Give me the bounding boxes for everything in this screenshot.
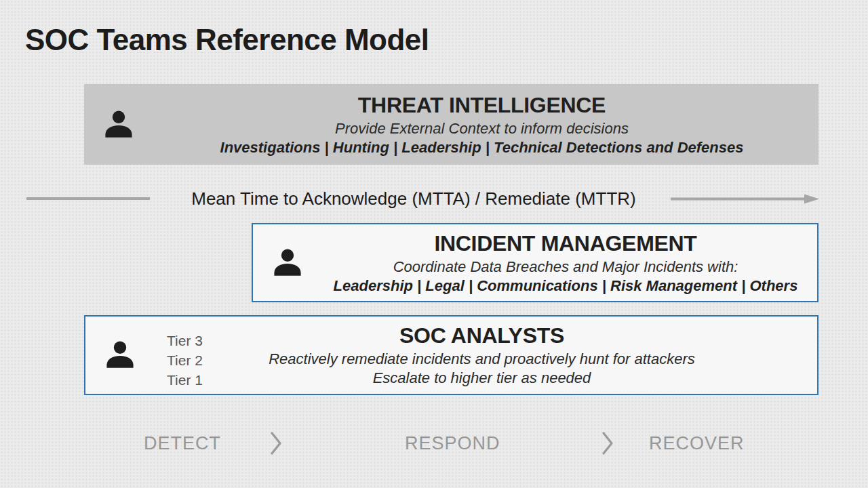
- incident-detail: Leadership | Legal | Communications | Ri…: [334, 277, 798, 295]
- chevron-right-icon: [599, 430, 616, 457]
- incident-subtitle: Coordinate Data Breaches and Major Incid…: [393, 258, 738, 277]
- threat-title: THREAT INTELLIGENCE: [358, 93, 606, 117]
- soc-line2: Escalate to higher tier as needed: [373, 369, 591, 388]
- incident-management-box: INCIDENT MANAGEMENT Coordinate Data Brea…: [252, 223, 818, 302]
- person-icon: [102, 106, 136, 143]
- threat-text: THREAT INTELLIGENCE Provide External Con…: [151, 84, 818, 165]
- chevron-right-icon: [268, 430, 284, 457]
- tier-labels: Tier 3 Tier 2 Tier 1: [167, 331, 203, 390]
- soc-analysts-box: Tier 3 Tier 2 Tier 1 SOC ANALYSTS Reacti…: [84, 315, 818, 395]
- phase-respond: RESPOND: [405, 433, 500, 454]
- mtta-label: Mean Time to Acknowledge (MTTA) / Remedi…: [156, 188, 671, 209]
- threat-icon-column: [84, 84, 151, 165]
- arrow-right-icon: [671, 194, 820, 204]
- threat-detail: Investigations | Hunting | Leadership | …: [220, 138, 744, 157]
- page-title: SOC Teams Reference Model: [25, 23, 429, 57]
- phase-detect: DETECT: [144, 433, 221, 454]
- tier-2-label: Tier 2: [167, 350, 203, 370]
- slide: SOC Teams Reference Model THREAT INTELLI…: [0, 0, 868, 488]
- soc-line1: Reactively remediate incidents and proac…: [269, 350, 695, 369]
- incident-text: INCIDENT MANAGEMENT Coordinate Data Brea…: [319, 224, 817, 301]
- phase-recover: RECOVER: [649, 433, 745, 454]
- person-icon: [103, 337, 137, 373]
- incident-icon-column: [253, 224, 319, 301]
- tier-3-label: Tier 3: [167, 331, 203, 350]
- arrow-tail-line: [26, 197, 150, 200]
- tier-1-label: Tier 1: [167, 370, 203, 390]
- threat-intelligence-box: THREAT INTELLIGENCE Provide External Con…: [84, 84, 818, 165]
- soc-text: SOC ANALYSTS Reactively remediate incide…: [152, 317, 817, 394]
- soc-title: SOC ANALYSTS: [399, 323, 564, 348]
- threat-subtitle: Provide External Context to inform decis…: [335, 119, 629, 138]
- soc-icon-column: [85, 317, 152, 394]
- incident-title: INCIDENT MANAGEMENT: [434, 231, 696, 256]
- person-icon: [271, 245, 304, 281]
